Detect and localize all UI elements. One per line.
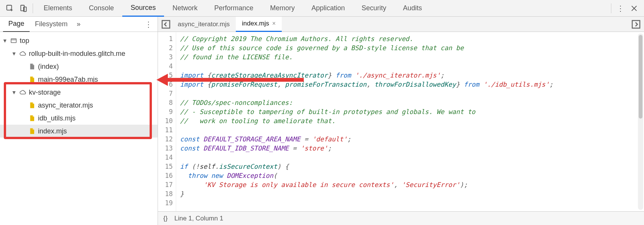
sources-sidebar: PageFilesystem » ⋮ ▼ top ▼ rollup-bu (0, 17, 158, 225)
editor-pane: async_iterator.mjsindex.mjs× 12345678910… (158, 17, 644, 225)
inspect-element-icon[interactable] (3, 0, 17, 17)
frame-icon (10, 37, 17, 44)
svg-rect-6 (632, 21, 640, 28)
top-tab-performance[interactable]: Performance (206, 0, 262, 17)
cloud-icon (19, 50, 27, 57)
tree-label: top (20, 37, 29, 45)
file-tree: ▼ top ▼ rollup-built-in-modules.glitch.m… (0, 32, 158, 140)
toolbar-divider (611, 3, 611, 13)
svg-rect-3 (11, 39, 16, 43)
file-icon (28, 127, 36, 135)
sidebar-more-tabs[interactable]: » (73, 17, 84, 32)
disclosure-triangle-icon[interactable]: ▼ (11, 51, 17, 57)
file-tab[interactable]: async_iterator.mjs (172, 17, 236, 32)
svg-rect-5 (162, 21, 170, 28)
sidebar-kebab-icon[interactable]: ⋮ (142, 20, 155, 29)
tree-file[interactable]: index.mjs (0, 125, 158, 138)
file-tab-label: index.mjs (242, 20, 269, 27)
tree-file[interactable]: idb_utils.mjs (0, 112, 158, 125)
code-content[interactable]: // Copyright 2019 The Chromium Authors. … (176, 32, 644, 211)
tree-file[interactable]: async_iterator.mjs (0, 99, 158, 112)
vertical-scrollbar[interactable] (638, 33, 643, 210)
code-editor[interactable]: 12345678910111213141516171819 // Copyrig… (158, 32, 644, 211)
tree-origin[interactable]: ▼ rollup-built-in-modules.glitch.me (0, 47, 158, 60)
file-icon (28, 114, 36, 122)
tree-label: rollup-built-in-modules.glitch.me (29, 50, 125, 58)
close-devtools-icon[interactable] (627, 0, 641, 17)
file-icon (28, 76, 36, 83)
top-tab-network[interactable]: Network (164, 0, 206, 17)
file-tab[interactable]: index.mjs× (236, 17, 282, 32)
file-tabstrip: async_iterator.mjsindex.mjs× (158, 17, 644, 32)
top-tab-memory[interactable]: Memory (262, 0, 303, 17)
sidebar-tab-filesystem[interactable]: Filesystem (30, 17, 73, 32)
pretty-print-icon[interactable]: {} (163, 215, 167, 222)
tree-label: (index) (38, 63, 59, 71)
top-tab-sources[interactable]: Sources (122, 0, 164, 17)
cursor-position: Line 1, Column 1 (174, 215, 223, 222)
tree-file[interactable]: (index) (0, 60, 158, 73)
scrollbar-thumb[interactable] (639, 35, 642, 119)
tree-label: main-999ea7ab.mjs (38, 76, 98, 84)
kebab-menu-icon[interactable]: ⋮ (614, 0, 627, 17)
disclosure-triangle-icon[interactable]: ▼ (2, 38, 8, 44)
tree-label: index.mjs (38, 127, 67, 135)
tree-label: kv-storage (29, 89, 61, 97)
tree-file[interactable]: main-999ea7ab.mjs (0, 73, 158, 86)
tree-label: async_iterator.mjs (38, 101, 93, 109)
line-number-gutter: 12345678910111213141516171819 (158, 32, 176, 211)
top-tab-security[interactable]: Security (353, 0, 395, 17)
nav-forward-icon[interactable] (630, 17, 642, 32)
nav-back-icon[interactable] (160, 17, 172, 32)
top-tab-audits[interactable]: Audits (395, 0, 430, 17)
toolbar-divider (33, 3, 33, 13)
sidebar-tab-page[interactable]: Page (3, 17, 30, 32)
top-tab-console[interactable]: Console (80, 0, 122, 17)
device-toolbar-icon[interactable] (17, 0, 30, 17)
top-tab-application[interactable]: Application (303, 0, 353, 17)
disclosure-triangle-icon[interactable]: ▼ (11, 89, 17, 95)
sidebar-tabstrip: PageFilesystem » ⋮ (0, 17, 158, 32)
close-icon[interactable]: × (272, 20, 276, 27)
tree-frame-top[interactable]: ▼ top (0, 34, 158, 47)
editor-statusbar: {} Line 1, Column 1 (158, 211, 644, 225)
top-tab-elements[interactable]: Elements (35, 0, 80, 17)
tree-folder-kv-storage[interactable]: ▼ kv-storage (0, 86, 158, 99)
devtools-toolbar: ElementsConsoleSourcesNetworkPerformance… (0, 0, 644, 17)
tree-label: idb_utils.mjs (38, 114, 76, 122)
file-icon (28, 101, 36, 109)
file-tab-label: async_iterator.mjs (178, 21, 230, 28)
cloud-icon (19, 89, 27, 96)
file-icon (28, 63, 36, 70)
